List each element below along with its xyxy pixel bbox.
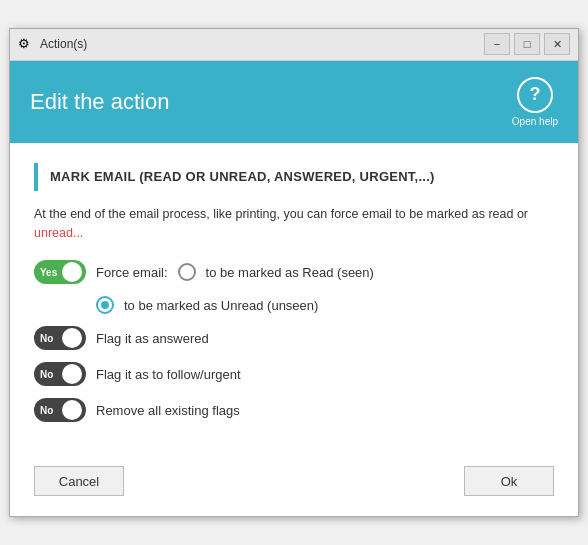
window-controls: − □ ✕ — [484, 33, 570, 55]
answered-row: No Flag it as answered — [34, 326, 554, 350]
urgent-row: No Flag it as to follow/urgent — [34, 362, 554, 386]
window-icon: ⚙ — [18, 36, 34, 52]
flags-row: No Remove all existing flags — [34, 398, 554, 422]
unread-radio[interactable] — [96, 296, 114, 314]
help-label: Open help — [512, 116, 558, 127]
read-label: to be marked as Read (seen) — [206, 265, 374, 280]
section-title: MARK EMAIL (READ OR UNREAD, ANSWERED, UR… — [50, 169, 435, 184]
urgent-toggle-label: No — [40, 369, 53, 380]
radio-dot — [101, 301, 109, 309]
help-icon: ? — [517, 77, 553, 113]
flags-toggle[interactable]: No — [34, 398, 86, 422]
title-bar: ⚙ Action(s) − □ ✕ — [10, 29, 578, 61]
force-email-label: Force email: — [96, 265, 168, 280]
cancel-button[interactable]: Cancel — [34, 466, 124, 496]
description-link[interactable]: unread... — [34, 226, 83, 240]
minimize-button[interactable]: − — [484, 33, 510, 55]
answered-toggle[interactable]: No — [34, 326, 86, 350]
open-help-button[interactable]: ? Open help — [512, 77, 558, 127]
force-email-row: Yes Force email: to be marked as Read (s… — [34, 260, 554, 284]
content-area: MARK EMAIL (READ OR UNREAD, ANSWERED, UR… — [10, 143, 578, 455]
unread-label: to be marked as Unread (unseen) — [124, 298, 318, 313]
force-toggle-label: Yes — [40, 267, 57, 278]
flags-toggle-label: No — [40, 405, 53, 416]
section-header: MARK EMAIL (READ OR UNREAD, ANSWERED, UR… — [34, 163, 554, 191]
urgent-toggle[interactable]: No — [34, 362, 86, 386]
dialog-header: Edit the action ? Open help — [10, 61, 578, 143]
unread-row: to be marked as Unread (unseen) — [96, 296, 554, 314]
read-radio[interactable] — [178, 263, 196, 281]
force-email-toggle[interactable]: Yes — [34, 260, 86, 284]
maximize-button[interactable]: □ — [514, 33, 540, 55]
toggle-knob-answered — [62, 328, 82, 348]
section-accent-bar — [34, 163, 38, 191]
toggle-knob-flags — [62, 400, 82, 420]
section-description: At the end of the email process, like pr… — [34, 205, 554, 243]
window-title: Action(s) — [40, 37, 484, 51]
toggle-knob-urgent — [62, 364, 82, 384]
flags-label: Remove all existing flags — [96, 403, 240, 418]
ok-button[interactable]: Ok — [464, 466, 554, 496]
dialog-footer: Cancel Ok — [10, 454, 578, 516]
answered-toggle-label: No — [40, 333, 53, 344]
answered-label: Flag it as answered — [96, 331, 209, 346]
toggle-knob — [62, 262, 82, 282]
page-title: Edit the action — [30, 89, 169, 115]
urgent-label: Flag it as to follow/urgent — [96, 367, 241, 382]
close-button[interactable]: ✕ — [544, 33, 570, 55]
description-text: At the end of the email process, like pr… — [34, 207, 528, 221]
main-window: ⚙ Action(s) − □ ✕ Edit the action ? Open… — [9, 28, 579, 518]
